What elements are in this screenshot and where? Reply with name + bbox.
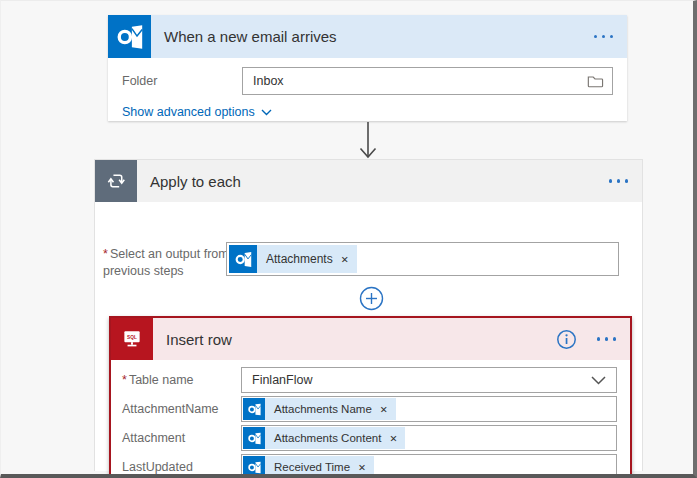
sql-server-icon: SQL <box>111 318 153 360</box>
apply-body: *Select an output from previous steps At… <box>95 202 642 470</box>
token-label: Attachments Content <box>274 432 381 444</box>
insert-more-menu-button[interactable] <box>597 331 617 347</box>
apply-title: Apply to each <box>150 173 603 190</box>
trigger-card-header[interactable]: When a new email arrives <box>108 15 627 58</box>
show-advanced-options-link[interactable]: Show advanced options <box>122 105 272 119</box>
lastupdated-input[interactable]: Received Time ✕ <box>241 454 617 478</box>
close-icon[interactable]: ✕ <box>380 404 388 415</box>
outlook-icon <box>229 245 257 273</box>
attachments-name-token[interactable]: Attachments Name ✕ <box>243 398 396 420</box>
outlook-icon <box>243 398 265 420</box>
insert-title: Insert row <box>166 331 556 348</box>
received-time-token[interactable]: Received Time ✕ <box>243 456 374 478</box>
attachments-token[interactable]: Attachments ✕ <box>229 245 357 273</box>
trigger-title: When a new email arrives <box>164 28 588 45</box>
required-mark: * <box>103 247 108 261</box>
attachmentname-input[interactable]: Attachments Name ✕ <box>241 396 617 422</box>
table-name-select[interactable]: FinlanFlow <box>241 367 617 393</box>
trigger-body: Folder Inbox Show advanced options <box>108 58 627 120</box>
required-mark: * <box>122 373 127 387</box>
close-icon[interactable]: ✕ <box>358 462 366 473</box>
flow-designer-canvas: When a new email arrives Folder Inbox Sh… <box>0 0 697 478</box>
folder-input[interactable]: Inbox <box>242 67 613 95</box>
apply-to-each-loop-icon <box>95 160 137 202</box>
attachment-input[interactable]: Attachments Content ✕ <box>241 425 617 451</box>
token-label: Received Time <box>274 461 350 473</box>
attachment-label: Attachment <box>122 431 241 445</box>
trigger-more-menu-button[interactable] <box>588 29 628 45</box>
table-name-label: *Table name <box>122 373 241 387</box>
chevron-down-icon <box>261 109 272 116</box>
token-label: Attachments Name <box>274 403 372 415</box>
info-icon[interactable] <box>556 329 577 350</box>
chevron-down-icon <box>591 376 606 385</box>
insert-row-card[interactable]: SQL Insert row <box>109 316 632 478</box>
folder-value: Inbox <box>253 74 586 88</box>
outlook-icon <box>243 427 265 449</box>
outlook-icon <box>243 456 265 478</box>
connector-arrow <box>358 122 378 164</box>
trigger-card[interactable]: When a new email arrives Folder Inbox Sh… <box>108 15 627 121</box>
table-name-value: FinlanFlow <box>252 373 591 387</box>
output-input[interactable]: Attachments ✕ <box>226 242 619 276</box>
insert-card-header[interactable]: SQL Insert row <box>111 318 630 360</box>
insert-body: *Table name FinlanFlow AttachmentName <box>111 360 630 478</box>
apply-card-header[interactable]: Apply to each <box>95 160 642 202</box>
folder-icon[interactable] <box>586 73 604 89</box>
attachments-content-token[interactable]: Attachments Content ✕ <box>243 427 405 449</box>
apply-to-each-card[interactable]: Apply to each *Select an output from pre… <box>94 159 643 471</box>
add-action-button[interactable] <box>359 286 384 311</box>
apply-more-menu-button[interactable] <box>603 173 643 189</box>
svg-text:SQL: SQL <box>127 335 137 340</box>
close-icon[interactable]: ✕ <box>389 433 397 444</box>
attachmentname-label: AttachmentName <box>122 402 241 416</box>
output-label: *Select an output from previous steps <box>103 246 229 280</box>
outlook-icon <box>108 15 151 58</box>
close-icon[interactable]: ✕ <box>341 254 349 265</box>
token-label: Attachments <box>266 252 333 266</box>
lastupdated-label: LastUpdated <box>122 460 241 474</box>
folder-label: Folder <box>122 74 242 88</box>
